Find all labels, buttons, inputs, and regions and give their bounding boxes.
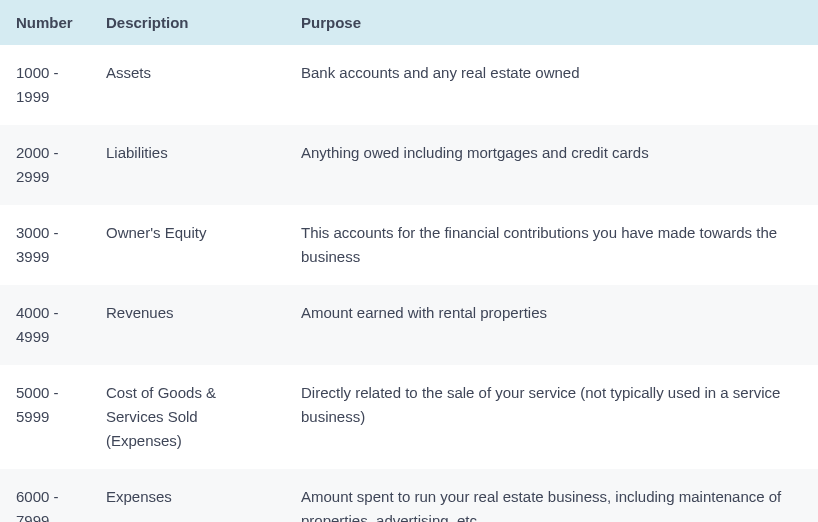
cell-number: 5000 - 5999	[0, 365, 90, 469]
cell-purpose: Amount earned with rental properties	[285, 285, 818, 365]
cell-description: Assets	[90, 45, 285, 125]
cell-description: Revenues	[90, 285, 285, 365]
cell-purpose: Amount spent to run your real estate bus…	[285, 469, 818, 522]
cell-number: 4000 - 4999	[0, 285, 90, 365]
cell-purpose: This accounts for the financial contribu…	[285, 205, 818, 285]
table-row: 4000 - 4999 Revenues Amount earned with …	[0, 285, 818, 365]
cell-description: Owner's Equity	[90, 205, 285, 285]
header-description: Description	[90, 0, 285, 45]
table-row: 3000 - 3999 Owner's Equity This accounts…	[0, 205, 818, 285]
cell-description: Cost of Goods & Services Sold (Expenses)	[90, 365, 285, 469]
table-header-row: Number Description Purpose	[0, 0, 818, 45]
cell-number: 1000 - 1999	[0, 45, 90, 125]
cell-purpose: Bank accounts and any real estate owned	[285, 45, 818, 125]
cell-number: 3000 - 3999	[0, 205, 90, 285]
accounts-table: Number Description Purpose 1000 - 1999 A…	[0, 0, 818, 522]
table-row: 1000 - 1999 Assets Bank accounts and any…	[0, 45, 818, 125]
header-number: Number	[0, 0, 90, 45]
table-row: 6000 - 7999 Expenses Amount spent to run…	[0, 469, 818, 522]
cell-number: 2000 - 2999	[0, 125, 90, 205]
cell-description: Expenses	[90, 469, 285, 522]
cell-purpose: Anything owed including mortgages and cr…	[285, 125, 818, 205]
cell-purpose: Directly related to the sale of your ser…	[285, 365, 818, 469]
header-purpose: Purpose	[285, 0, 818, 45]
cell-number: 6000 - 7999	[0, 469, 90, 522]
cell-description: Liabilities	[90, 125, 285, 205]
table-row: 2000 - 2999 Liabilities Anything owed in…	[0, 125, 818, 205]
table-row: 5000 - 5999 Cost of Goods & Services Sol…	[0, 365, 818, 469]
